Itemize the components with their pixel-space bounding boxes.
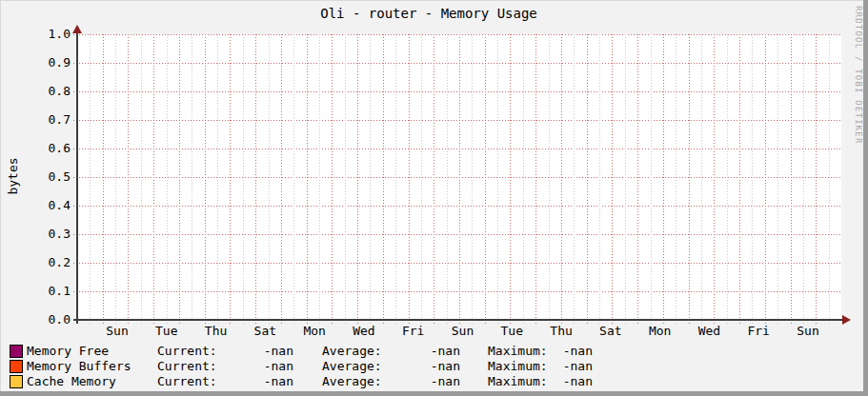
legend-current-label: Current: (157, 359, 217, 373)
v-gridline (777, 34, 778, 324)
legend-swatch-memory-free (10, 345, 23, 358)
v-gridline (281, 34, 282, 324)
v-gridline (383, 34, 384, 324)
y-tick-label: 0.1 (34, 284, 71, 298)
v-gridline (357, 34, 358, 324)
v-gridline (269, 34, 270, 324)
legend-average-label: Average: (322, 359, 382, 373)
legend-series-label: Memory Buffers (27, 359, 131, 373)
v-gridline (332, 34, 333, 324)
v-gridline (230, 34, 231, 324)
x-tick-label: Wed (343, 324, 385, 338)
v-gridline (561, 34, 562, 324)
x-tick-label: Tue (491, 324, 533, 338)
v-gridline (167, 34, 168, 324)
x-tick-label: Thu (195, 324, 237, 338)
x-tick-label: Tue (146, 324, 188, 338)
v-gridline (739, 34, 740, 324)
x-tick-label: Fri (393, 324, 434, 338)
x-axis-line (73, 319, 843, 321)
v-gridline (370, 34, 371, 324)
v-gridline (141, 34, 142, 324)
y-axis-label: bytes (6, 157, 20, 194)
y-tick-label: 0.6 (34, 141, 71, 155)
v-gridline (395, 34, 396, 324)
legend-current-label: Current: (157, 344, 217, 358)
legend-maximum-value: -nan (526, 344, 593, 358)
x-axis-arrow-icon (842, 315, 851, 325)
legend-current-value: -nan (227, 374, 293, 388)
legend-series-label: Cache Memory (27, 374, 116, 388)
y-tick-label: 0.0 (34, 312, 71, 327)
v-gridline (714, 34, 715, 324)
y-axis-line (76, 29, 78, 324)
v-gridline (434, 34, 434, 324)
legend-row: Memory Free Current: -nan Average: -nan … (0, 344, 868, 359)
legend-current-value: -nan (227, 359, 293, 373)
v-gridline (345, 34, 346, 324)
x-tick-label: Thu (540, 324, 582, 338)
v-gridline (803, 34, 804, 324)
y-tick-label: 0.8 (34, 84, 71, 98)
x-tick-label: Sat (590, 324, 632, 338)
y-tick-label: 0.5 (34, 169, 71, 184)
v-gridline (651, 34, 652, 324)
legend-average-value: -nan (394, 374, 460, 388)
v-gridline (255, 34, 256, 324)
v-gridline (637, 34, 638, 324)
border-right (863, 0, 868, 396)
legend-row: Memory Buffers Current: -nan Average: -n… (0, 359, 868, 374)
v-gridline (535, 34, 536, 324)
x-tick-label: Sun (96, 324, 138, 338)
v-gridline (612, 34, 613, 324)
v-gridline (153, 34, 154, 324)
v-gridline (421, 34, 422, 324)
v-gridline (689, 34, 690, 324)
v-gridline (599, 34, 600, 324)
rrdtool-memory-graph: Oli - router - Memory Usage RRDTOOL / TO… (0, 0, 868, 396)
x-tick-label: Wed (688, 324, 730, 338)
v-gridline (663, 34, 664, 324)
v-gridline (179, 34, 180, 324)
y-tick-label: 1.0 (34, 27, 71, 41)
x-tick-label: Mon (639, 324, 681, 338)
legend-series-label: Memory Free (27, 344, 109, 358)
v-gridline (752, 34, 753, 324)
border-left (0, 0, 1, 396)
v-gridline (574, 34, 575, 324)
v-gridline (205, 34, 206, 324)
legend-current-label: Current: (157, 374, 217, 388)
v-gridline (549, 34, 550, 324)
v-gridline (676, 34, 676, 324)
v-gridline (293, 34, 294, 324)
v-gridline (115, 34, 116, 324)
v-gridline (510, 34, 511, 324)
x-tick-label: Sun (787, 324, 829, 338)
legend-average-value: -nan (394, 359, 460, 373)
y-tick-label: 0.9 (34, 55, 71, 69)
v-gridline (587, 34, 588, 324)
v-gridline (192, 34, 192, 324)
v-gridline (217, 34, 218, 324)
graph-title: Oli - router - Memory Usage (0, 6, 858, 21)
v-gridline (727, 34, 728, 324)
v-gridline (447, 34, 448, 324)
v-gridline (90, 34, 91, 324)
legend-swatch-cache-memory (10, 375, 23, 388)
legend-current-value: -nan (227, 344, 293, 358)
v-gridline (485, 34, 486, 324)
x-tick-label: Mon (293, 324, 335, 338)
legend-swatch-memory-buffers (10, 360, 23, 373)
rrdtool-watermark: RRDTOOL / TOBI OETIKER (852, 6, 863, 348)
v-gridline (103, 34, 104, 324)
v-gridline (319, 34, 320, 324)
legend-average-label: Average: (322, 374, 382, 388)
v-gridline (765, 34, 766, 324)
v-gridline (523, 34, 524, 324)
v-gridline (625, 34, 626, 324)
v-gridline (459, 34, 460, 324)
v-gridline (243, 34, 244, 324)
y-tick-label: 0.3 (34, 227, 71, 241)
border-top (0, 0, 868, 1)
v-gridline (829, 34, 830, 324)
